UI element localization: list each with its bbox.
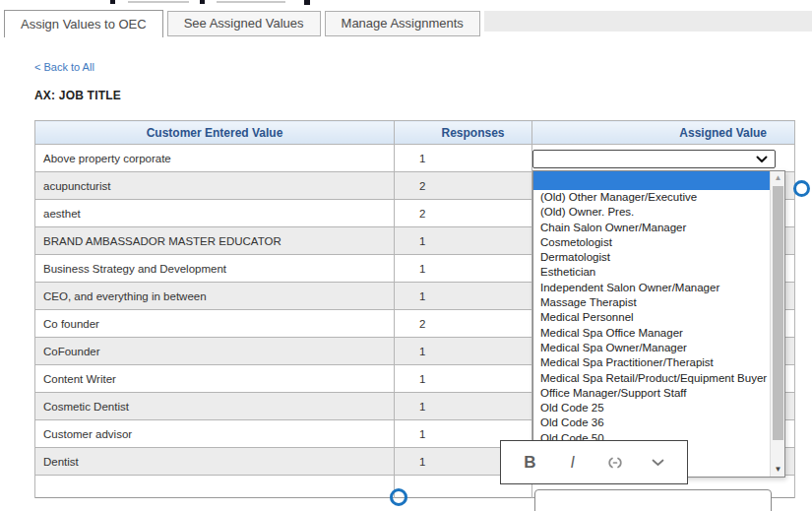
assigned-value-option-list: (Old) Other Manager/Executive(Old) Owner… xyxy=(532,170,785,478)
responses-cell: 1 xyxy=(395,283,532,310)
clipped-text-fragment xyxy=(200,0,205,4)
customer-entered-value-cell: Business Strategy and Development xyxy=(35,255,395,283)
customer-entered-value-cell: Dentist xyxy=(35,448,395,476)
customer-entered-value-cell: Co founder xyxy=(35,310,395,338)
column-header-customer-entered-value: Customer Entered Value xyxy=(35,121,395,145)
clipped-text-fragment xyxy=(128,1,189,3)
responses-cell: 2 xyxy=(395,310,532,338)
customer-entered-value-cell: Content Writer xyxy=(35,365,395,393)
dropdown-option[interactable]: Medical Spa Retail/Product/Equipment Buy… xyxy=(533,371,770,386)
bold-button[interactable]: B xyxy=(516,449,543,477)
rich-text-toolbar: B I xyxy=(500,440,688,484)
column-header-assigned-value: Assigned Value xyxy=(532,121,795,145)
tab-assign-values-to-oec[interactable]: Assign Values to OEC xyxy=(4,10,163,37)
responses-cell: 1 xyxy=(395,338,532,365)
responses-cell: 2 xyxy=(395,172,532,200)
clipped-text-fragment xyxy=(110,0,115,4)
customer-entered-value-cell: CEO, and everything in between xyxy=(35,283,395,310)
option-highlighted-empty[interactable] xyxy=(533,171,770,190)
customer-entered-value-cell xyxy=(35,476,395,498)
clipped-text-fragment xyxy=(304,0,310,5)
tab-manage-assignments[interactable]: Manage Assignments xyxy=(325,11,480,36)
dropdown-scrollbar[interactable]: ▲ ▼ xyxy=(770,171,784,477)
customer-entered-value-cell: Cosmetic Dentist xyxy=(35,393,395,420)
tab-bar-filler xyxy=(484,11,812,32)
dropdown-option[interactable]: Cosmetologist xyxy=(533,235,770,250)
annotation-circle xyxy=(390,488,407,506)
dropdown-option[interactable]: Medical Personnel xyxy=(533,310,770,325)
tab-bar: Assign Values to OEC See Assigned Values… xyxy=(4,10,812,37)
dropdown-option[interactable]: Office Manager/Support Staff xyxy=(533,386,770,401)
dropdown-option[interactable]: Massage Therapist xyxy=(533,295,770,310)
assign-values-screen: Assign Values to OEC See Assigned Values… xyxy=(0,0,812,511)
scrollbar-thumb[interactable] xyxy=(773,186,783,440)
chevron-down-icon xyxy=(756,156,768,163)
italic-button[interactable]: I xyxy=(559,449,587,477)
chevron-down-icon xyxy=(652,459,664,467)
customer-entered-value-cell: Customer advisor xyxy=(35,420,395,448)
column-header-responses: Responses xyxy=(395,121,532,145)
dropdown-option[interactable]: Independent Salon Owner/Manager xyxy=(533,281,770,295)
toolbar-more-button[interactable] xyxy=(645,449,672,477)
table-header-row: Customer Entered Value Responses Assigne… xyxy=(35,121,795,145)
dropdown-option[interactable]: Esthetician xyxy=(533,265,770,280)
page-title: AX: JOB TITLE xyxy=(34,89,121,102)
clipped-text-fragment xyxy=(217,1,285,3)
assigned-value-select[interactable] xyxy=(532,150,776,168)
link-icon xyxy=(603,456,627,470)
responses-cell: 1 xyxy=(395,227,532,255)
customer-entered-value-cell: BRAND AMBASSADOR MASTER EDUCATOR xyxy=(35,227,395,255)
dropdown-option[interactable]: Medical Spa Practitioner/Therapist xyxy=(533,355,770,370)
scroll-up-icon[interactable]: ▲ xyxy=(771,171,785,185)
tab-see-assigned-values[interactable]: See Assigned Values xyxy=(167,11,321,36)
back-to-all-link[interactable]: < Back to All xyxy=(34,61,94,73)
customer-entered-value-cell: CoFounder xyxy=(35,338,395,365)
dropdown-option[interactable]: (Old) Other Manager/Executive xyxy=(533,190,770,205)
responses-cell: 1 xyxy=(395,365,532,393)
dropdown-option[interactable]: Dermatologist xyxy=(533,250,770,265)
dropdown-option[interactable]: Old Code 25 xyxy=(533,401,770,415)
dropdown-option[interactable]: Medical Spa Office Manager xyxy=(533,326,770,341)
dropdown-option[interactable]: (Old) Owner. Pres. xyxy=(533,205,770,220)
insert-link-button[interactable] xyxy=(601,449,629,477)
customer-entered-value-cell: Above property corporate xyxy=(35,145,395,172)
annotation-circle xyxy=(793,180,810,197)
text-input-field[interactable] xyxy=(534,489,772,511)
responses-cell: 1 xyxy=(395,255,532,283)
dropdown-option[interactable]: Medical Spa Owner/Manager xyxy=(533,341,770,355)
dropdown-option[interactable]: Chain Salon Owner/Manager xyxy=(533,221,770,235)
dropdown-option[interactable]: Old Code 36 xyxy=(533,415,770,430)
scroll-down-icon[interactable]: ▼ xyxy=(771,463,785,477)
customer-entered-value-cell: aesthet xyxy=(35,200,395,227)
responses-cell: 1 xyxy=(395,145,532,172)
customer-entered-value-cell: acupuncturist xyxy=(35,172,395,200)
responses-cell: 1 xyxy=(395,393,532,420)
responses-cell: 2 xyxy=(395,200,532,227)
